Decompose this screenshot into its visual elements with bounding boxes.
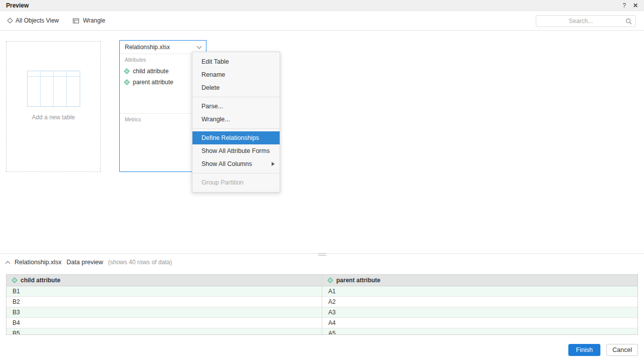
table-header-row: child attribute parent attribute: [7, 275, 637, 286]
chevron-down-icon[interactable]: [197, 44, 202, 49]
table-row: B1 A1: [7, 286, 637, 297]
table-row: B5 A5: [7, 328, 637, 335]
close-icon[interactable]: ✕: [633, 2, 638, 9]
splitter-handle-icon[interactable]: [318, 253, 326, 256]
menu-item-rename[interactable]: Rename: [192, 68, 280, 81]
preview-row-count-note: (shows 40 rows of data): [108, 259, 172, 266]
data-preview-table: child attribute parent attribute B1 A1 B…: [6, 274, 638, 335]
diamond-outline-icon: [7, 18, 13, 23]
wrangle-button[interactable]: Wrangle: [73, 17, 105, 24]
table-row: B4 A4: [7, 318, 637, 328]
menu-divider: [192, 97, 280, 97]
column-header-label: child attribute: [21, 277, 60, 284]
table-cell: A2: [322, 297, 637, 307]
menu-item-group-partition: Group Partition: [192, 176, 280, 189]
attribute-diamond-icon: [124, 79, 129, 85]
menu-item-delete[interactable]: Delete: [192, 81, 280, 94]
attribute-item-label: parent attribute: [133, 79, 173, 86]
menu-item-edit-table[interactable]: Edit Table: [192, 55, 280, 68]
submenu-arrow-icon: [272, 162, 275, 166]
menu-item-show-all-columns[interactable]: Show All Columns: [192, 157, 280, 170]
search-input[interactable]: [536, 16, 625, 27]
panel-splitter[interactable]: [0, 253, 644, 256]
table-row: B3 A3: [7, 307, 637, 318]
table-cell: B2: [7, 297, 322, 307]
attribute-diamond-icon: [12, 277, 17, 283]
attribute-diamond-icon: [327, 277, 333, 283]
window-titlebar: Preview ? ✕: [0, 0, 644, 11]
all-objects-view-label: All Objects View: [16, 17, 59, 24]
table-row: B2 A2: [7, 297, 637, 307]
search-box[interactable]: [536, 15, 636, 27]
attribute-item-label: child attribute: [133, 68, 168, 75]
attributes-label: Attributes: [125, 57, 201, 63]
menu-item-label: Show All Columns: [201, 160, 252, 167]
attribute-item-child[interactable]: child attribute: [125, 66, 201, 77]
add-table-label: Add a new table: [7, 114, 100, 121]
column-header-child-attribute[interactable]: child attribute: [7, 275, 322, 286]
menu-divider: [192, 173, 280, 173]
wrangle-icon: [73, 18, 79, 24]
table-cell: A5: [322, 328, 637, 335]
metrics-label: Metrics: [125, 117, 201, 122]
table-cell: A3: [322, 307, 637, 317]
help-icon[interactable]: ?: [622, 2, 626, 9]
menu-item-define-relationships[interactable]: Define Relationships: [192, 131, 280, 144]
wrangle-label: Wrangle: [83, 17, 105, 24]
column-header-parent-attribute[interactable]: parent attribute: [322, 275, 637, 286]
finish-button[interactable]: Finish: [568, 344, 600, 356]
table-cell: B4: [7, 318, 322, 328]
table-card-title: Relationship.xlsx: [125, 44, 170, 51]
table-cell: A4: [322, 318, 637, 328]
table-cell: A1: [322, 286, 637, 296]
menu-divider: [192, 128, 280, 129]
table-context-menu: Edit Table Rename Delete Parse... Wrangl…: [192, 52, 280, 193]
collapse-chevron-icon[interactable]: [6, 261, 11, 266]
table-cell: B5: [7, 328, 322, 335]
window-title: Preview: [6, 2, 29, 9]
all-objects-view-button[interactable]: All Objects View: [8, 17, 59, 24]
menu-item-show-all-attribute-forms[interactable]: Show All Attribute Forms: [192, 144, 280, 157]
table-cell: B1: [7, 286, 322, 296]
preview-section-label: Data preview: [67, 259, 103, 266]
table-placeholder-icon: [27, 71, 80, 107]
column-header-label: parent attribute: [336, 277, 380, 284]
menu-item-parse[interactable]: Parse...: [192, 100, 280, 113]
table-cell: B3: [7, 307, 322, 317]
attribute-diamond-icon: [124, 68, 129, 74]
cancel-button[interactable]: Cancel: [606, 344, 638, 356]
data-preview-header: Relationship.xlsx Data preview (shows 40…: [6, 259, 172, 266]
preview-table-name: Relationship.xlsx: [15, 259, 62, 266]
toolbar: All Objects View Wrangle: [0, 11, 644, 31]
search-icon[interactable]: [625, 18, 632, 25]
attribute-item-parent[interactable]: parent attribute: [125, 77, 201, 88]
add-new-table-dropzone[interactable]: Add a new table: [6, 41, 101, 172]
menu-item-wrangle[interactable]: Wrangle...: [192, 113, 280, 126]
